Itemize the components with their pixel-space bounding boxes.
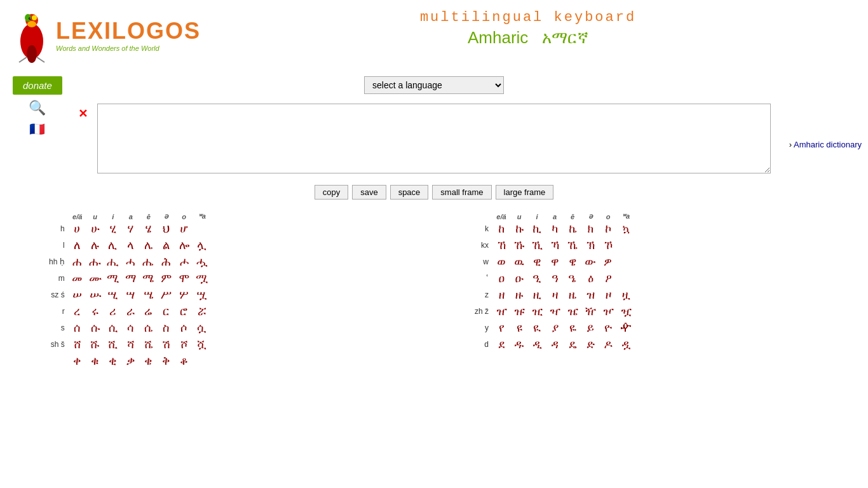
language-selector[interactable]: select a languageAmharicArabicChineseFre… bbox=[364, 76, 504, 94]
amharic-character[interactable]: ዞ bbox=[599, 287, 617, 303]
amharic-character[interactable]: ዪ bbox=[528, 320, 546, 336]
french-flag-icon[interactable]: 🇫🇷 bbox=[29, 121, 45, 137]
amharic-character[interactable]: ሠ bbox=[69, 287, 86, 303]
amharic-character[interactable]: ዠ bbox=[492, 303, 510, 320]
amharic-character[interactable]: ሴ bbox=[140, 320, 158, 336]
amharic-character[interactable]: ሎ bbox=[175, 237, 193, 254]
amharic-character[interactable]: ዐ bbox=[492, 270, 510, 287]
amharic-character[interactable]: ሒ bbox=[104, 254, 122, 270]
amharic-character[interactable]: ዥ bbox=[581, 303, 599, 320]
amharic-character[interactable]: ዴ bbox=[564, 336, 581, 353]
amharic-character[interactable]: ሯ bbox=[193, 303, 211, 320]
amharic-character[interactable]: ሑ bbox=[86, 254, 104, 270]
amharic-character[interactable]: ዢ bbox=[528, 303, 546, 320]
amharic-character[interactable]: ቀ bbox=[69, 353, 86, 369]
amharic-character[interactable]: ኸ bbox=[492, 237, 510, 254]
amharic-character[interactable]: ዚ bbox=[528, 287, 546, 303]
amharic-character[interactable]: ሰ bbox=[69, 320, 86, 336]
amharic-character[interactable]: ዦ bbox=[599, 303, 617, 320]
amharic-character[interactable]: ሂ bbox=[104, 220, 122, 237]
amharic-character[interactable]: ሆ bbox=[175, 220, 193, 237]
amharic-character[interactable]: ቄ bbox=[140, 353, 158, 369]
amharic-character[interactable]: ኾ bbox=[599, 237, 617, 254]
amharic-character[interactable]: ኩ bbox=[510, 220, 528, 237]
amharic-character[interactable]: ኺ bbox=[528, 237, 546, 254]
amharic-character[interactable]: ያ bbox=[546, 320, 564, 336]
clear-button[interactable]: ✕ bbox=[78, 107, 88, 121]
amharic-character[interactable]: ዶ bbox=[599, 336, 617, 353]
amharic-character[interactable]: ሹ bbox=[86, 336, 104, 353]
small-frame-button[interactable]: small frame bbox=[432, 185, 491, 200]
amharic-character[interactable]: ሣ bbox=[122, 287, 140, 303]
amharic-character[interactable]: ራ bbox=[122, 303, 140, 320]
amharic-character[interactable]: ሼ bbox=[140, 336, 158, 353]
amharic-character[interactable]: ዱ bbox=[510, 336, 528, 353]
amharic-character[interactable]: ሪ bbox=[104, 303, 122, 320]
amharic-character[interactable]: ቆ bbox=[175, 353, 193, 369]
amharic-character[interactable]: ዋ bbox=[546, 254, 564, 270]
amharic-character[interactable]: ቂ bbox=[104, 353, 122, 369]
amharic-character[interactable]: ዘ bbox=[492, 287, 510, 303]
amharic-character[interactable]: ዜ bbox=[564, 287, 581, 303]
amharic-character[interactable]: መ bbox=[69, 270, 86, 287]
amharic-character[interactable]: ዩ bbox=[510, 320, 528, 336]
amharic-character[interactable]: ሙ bbox=[86, 270, 104, 287]
amharic-character[interactable]: ሐ bbox=[69, 254, 86, 270]
amharic-character[interactable]: ሩ bbox=[86, 303, 104, 320]
amharic-character[interactable]: ዎ bbox=[599, 254, 617, 270]
amharic-character[interactable]: ዙ bbox=[510, 287, 528, 303]
amharic-character[interactable]: ሞ bbox=[175, 270, 193, 287]
amharic-character[interactable]: ዤ bbox=[564, 303, 581, 320]
amharic-character[interactable]: ህ bbox=[158, 220, 175, 237]
amharic-character[interactable]: ኹ bbox=[510, 237, 528, 254]
amharic-character[interactable]: ዯ bbox=[617, 320, 635, 336]
amharic-character[interactable]: ሺ bbox=[104, 336, 122, 353]
amharic-character[interactable]: ድ bbox=[581, 336, 599, 353]
amharic-character[interactable]: ሮ bbox=[175, 303, 193, 320]
amharic-character[interactable]: ዧ bbox=[617, 303, 635, 320]
amharic-character[interactable]: ሄ bbox=[140, 220, 158, 237]
amharic-character[interactable]: ሶ bbox=[175, 320, 193, 336]
space-button[interactable]: space bbox=[390, 185, 429, 200]
amharic-character[interactable]: ዒ bbox=[528, 270, 546, 287]
amharic-character[interactable]: ከ bbox=[492, 220, 510, 237]
amharic-character[interactable]: ሤ bbox=[140, 287, 158, 303]
large-frame-button[interactable]: large frame bbox=[496, 185, 554, 200]
amharic-character[interactable]: ዮ bbox=[599, 320, 617, 336]
amharic-character[interactable]: ሲ bbox=[104, 320, 122, 336]
amharic-character[interactable]: ማ bbox=[122, 270, 140, 287]
amharic-character[interactable]: ዌ bbox=[564, 254, 581, 270]
amharic-character[interactable]: ሻ bbox=[122, 336, 140, 353]
amharic-character[interactable]: ዔ bbox=[564, 270, 581, 287]
amharic-character[interactable]: ሸ bbox=[69, 336, 86, 353]
amharic-character[interactable]: ሚ bbox=[104, 270, 122, 287]
amharic-character[interactable]: ዟ bbox=[617, 287, 635, 303]
text-input[interactable] bbox=[97, 104, 771, 173]
amharic-character[interactable]: ሬ bbox=[140, 303, 158, 320]
amharic-character[interactable]: ዡ bbox=[510, 303, 528, 320]
amharic-character[interactable]: ሿ bbox=[193, 336, 211, 353]
amharic-character[interactable]: ም bbox=[158, 270, 175, 287]
amharic-dictionary-link[interactable]: Amharic dictionary bbox=[794, 140, 862, 149]
amharic-character[interactable]: ዊ bbox=[528, 254, 546, 270]
amharic-character[interactable]: ሊ bbox=[104, 237, 122, 254]
amharic-character[interactable]: ዣ bbox=[546, 303, 564, 320]
amharic-character[interactable]: ሕ bbox=[158, 254, 175, 270]
amharic-character[interactable]: ለ bbox=[69, 237, 86, 254]
amharic-character[interactable]: ሷ bbox=[193, 320, 211, 336]
amharic-character[interactable]: ሔ bbox=[140, 254, 158, 270]
amharic-character[interactable]: ሃ bbox=[122, 220, 140, 237]
amharic-character[interactable]: ሢ bbox=[104, 287, 122, 303]
amharic-character[interactable]: ቅ bbox=[158, 353, 175, 369]
amharic-character[interactable]: ሥ bbox=[158, 287, 175, 303]
search-icon[interactable]: 🔍 bbox=[29, 100, 46, 116]
amharic-character[interactable]: ኮ bbox=[599, 220, 617, 237]
amharic-character[interactable]: ሱ bbox=[86, 320, 104, 336]
amharic-character[interactable]: ሧ bbox=[193, 287, 211, 303]
amharic-character[interactable]: ው bbox=[581, 254, 599, 270]
amharic-character[interactable]: ሜ bbox=[140, 270, 158, 287]
amharic-character[interactable]: ሽ bbox=[158, 336, 175, 353]
amharic-character[interactable]: የ bbox=[492, 320, 510, 336]
amharic-character[interactable]: ሦ bbox=[175, 287, 193, 303]
amharic-character[interactable]: ር bbox=[158, 303, 175, 320]
